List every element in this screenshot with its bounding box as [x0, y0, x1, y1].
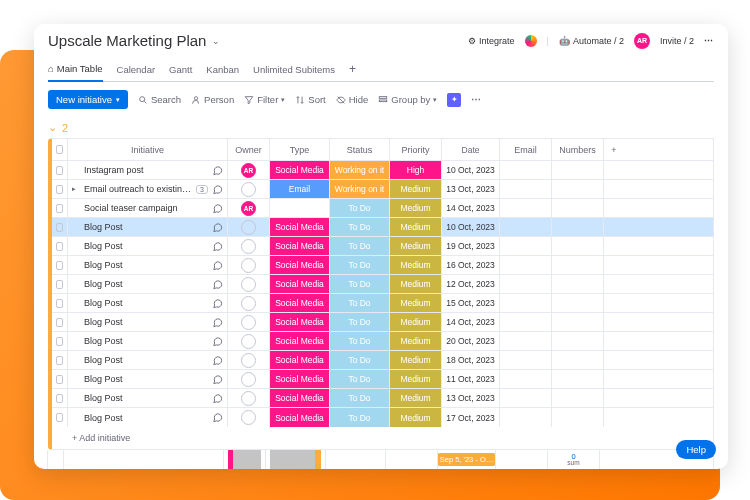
row-checkbox[interactable] — [52, 161, 68, 179]
tab-calendar[interactable]: Calendar — [117, 57, 156, 81]
priority-cell[interactable]: Medium — [390, 408, 442, 427]
numbers-cell[interactable] — [552, 313, 604, 331]
date-cell[interactable]: 17 Oct, 2023 — [442, 408, 500, 427]
email-cell[interactable] — [500, 161, 552, 179]
table-row[interactable]: ▸Email outreach to existing …3EmailWorki… — [52, 180, 713, 199]
owner-cell[interactable] — [228, 332, 270, 350]
table-row[interactable]: Blog PostSocial MediaTo DoMedium11 Oct, … — [52, 370, 713, 389]
initiative-cell[interactable]: Blog Post — [68, 332, 228, 350]
email-cell[interactable] — [500, 370, 552, 388]
priority-cell[interactable]: Medium — [390, 256, 442, 274]
owner-cell[interactable] — [228, 370, 270, 388]
initiative-cell[interactable]: Blog Post — [68, 237, 228, 255]
numbers-cell[interactable] — [552, 218, 604, 236]
expand-icon[interactable]: ▸ — [72, 185, 80, 193]
col-type[interactable]: Type — [270, 139, 330, 160]
checkbox-header[interactable] — [52, 139, 68, 160]
date-cell[interactable]: 16 Oct, 2023 — [442, 256, 500, 274]
owner-cell[interactable]: AR — [228, 161, 270, 179]
numbers-cell[interactable] — [552, 199, 604, 217]
numbers-cell[interactable] — [552, 389, 604, 407]
priority-cell[interactable]: High — [390, 161, 442, 179]
date-cell[interactable]: 18 Oct, 2023 — [442, 351, 500, 369]
user-avatar[interactable]: AR — [634, 33, 650, 49]
initiative-cell[interactable]: Blog Post — [68, 370, 228, 388]
help-button[interactable]: Help — [676, 440, 716, 459]
chat-icon[interactable] — [212, 260, 223, 271]
row-checkbox[interactable] — [52, 370, 68, 388]
date-cell[interactable]: 12 Oct, 2023 — [442, 275, 500, 293]
type-cell[interactable]: Social Media — [270, 351, 330, 369]
date-cell[interactable]: 13 Oct, 2023 — [442, 389, 500, 407]
status-cell[interactable]: To Do — [330, 313, 390, 331]
col-owner[interactable]: Owner — [228, 139, 270, 160]
col-date[interactable]: Date — [442, 139, 500, 160]
email-cell[interactable] — [500, 180, 552, 198]
groupby-button[interactable]: Group by▾ — [378, 94, 437, 105]
chevron-down-icon[interactable]: ⌄ — [212, 36, 220, 46]
invite-button[interactable]: Invite / 2 — [660, 36, 694, 46]
priority-cell[interactable]: Medium — [390, 313, 442, 331]
date-cell[interactable]: 15 Oct, 2023 — [442, 294, 500, 312]
date-cell[interactable]: 14 Oct, 2023 — [442, 199, 500, 217]
chat-icon[interactable] — [212, 184, 223, 195]
row-checkbox[interactable] — [52, 332, 68, 350]
board-title[interactable]: Upscale Marketing Plan — [48, 32, 206, 49]
row-checkbox[interactable] — [52, 180, 68, 198]
table-row[interactable]: Blog PostSocial MediaTo DoMedium14 Oct, … — [52, 313, 713, 332]
integration-icon[interactable] — [525, 35, 537, 47]
numbers-cell[interactable] — [552, 351, 604, 369]
chat-icon[interactable] — [212, 393, 223, 404]
status-cell[interactable]: To Do — [330, 351, 390, 369]
chat-icon[interactable] — [212, 317, 223, 328]
status-cell[interactable]: Working on it — [330, 180, 390, 198]
type-cell[interactable]: Social Media — [270, 218, 330, 236]
status-cell[interactable]: To Do — [330, 256, 390, 274]
type-cell[interactable]: Email — [270, 180, 330, 198]
status-cell[interactable]: To Do — [330, 237, 390, 255]
new-initiative-button[interactable]: New initiative ▾ — [48, 90, 128, 109]
board-body[interactable]: ⌄ 2 Initiative Owner Type Status Priorit… — [34, 117, 728, 469]
row-checkbox[interactable] — [52, 237, 68, 255]
add-initiative-row[interactable]: + Add initiative — [52, 427, 713, 449]
chat-icon[interactable] — [212, 374, 223, 385]
type-cell[interactable]: Social Media — [270, 294, 330, 312]
status-cell[interactable]: To Do — [330, 275, 390, 293]
chat-icon[interactable] — [212, 203, 223, 214]
sort-button[interactable]: Sort — [295, 94, 325, 105]
type-cell[interactable]: Social Media — [270, 161, 330, 179]
date-cell[interactable]: 10 Oct, 2023 — [442, 161, 500, 179]
owner-cell[interactable] — [228, 275, 270, 293]
initiative-cell[interactable]: Instagram post — [68, 161, 228, 179]
initiative-cell[interactable]: Blog Post — [68, 294, 228, 312]
priority-cell[interactable]: Medium — [390, 351, 442, 369]
automate-button[interactable]: 🤖 Automate / 2 — [559, 36, 624, 46]
add-column-button[interactable]: + — [604, 139, 624, 160]
initiative-cell[interactable]: Blog Post — [68, 218, 228, 236]
group-header[interactable]: ⌄ 2 — [48, 117, 714, 138]
email-cell[interactable] — [500, 237, 552, 255]
owner-cell[interactable] — [228, 256, 270, 274]
initiative-cell[interactable]: Blog Post — [68, 408, 228, 427]
owner-cell[interactable] — [228, 180, 270, 198]
tab-kanban[interactable]: Kanban — [206, 57, 239, 81]
col-initiative[interactable]: Initiative — [68, 139, 228, 160]
table-row[interactable]: Blog PostSocial MediaTo DoMedium19 Oct, … — [52, 237, 713, 256]
date-cell[interactable]: 13 Oct, 2023 — [442, 180, 500, 198]
numbers-cell[interactable] — [552, 161, 604, 179]
table-row[interactable]: Blog PostSocial MediaTo DoMedium15 Oct, … — [52, 294, 713, 313]
status-cell[interactable]: To Do — [330, 218, 390, 236]
priority-cell[interactable]: Medium — [390, 389, 442, 407]
initiative-cell[interactable]: Social teaser campaign — [68, 199, 228, 217]
email-cell[interactable] — [500, 275, 552, 293]
row-checkbox[interactable] — [52, 256, 68, 274]
initiative-cell[interactable]: Blog Post — [68, 256, 228, 274]
row-checkbox[interactable] — [52, 294, 68, 312]
chat-icon[interactable] — [212, 336, 223, 347]
tab-subitems[interactable]: Unlimited Subitems — [253, 57, 335, 81]
email-cell[interactable] — [500, 332, 552, 350]
numbers-cell[interactable] — [552, 370, 604, 388]
type-cell[interactable]: Social Media — [270, 408, 330, 427]
date-cell[interactable]: 11 Oct, 2023 — [442, 370, 500, 388]
person-filter-button[interactable]: Person — [191, 94, 234, 105]
